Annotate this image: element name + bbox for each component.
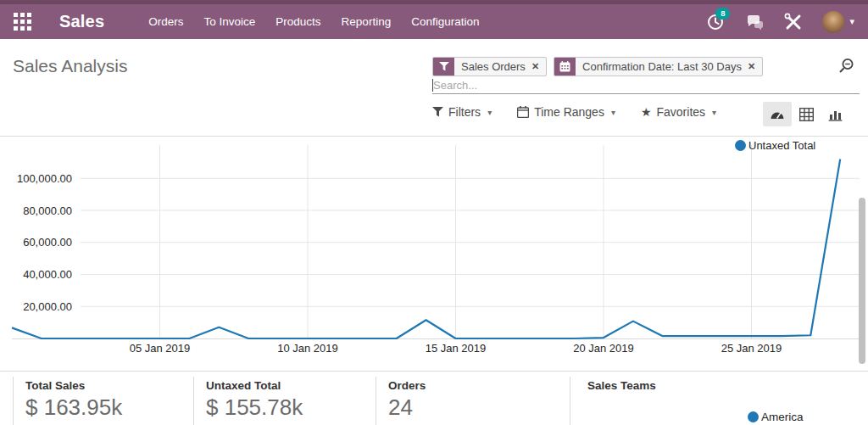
filter-icon [433,58,454,75]
user-menu[interactable]: ▾ [822,11,854,33]
search-facets: Sales Orders ✕ [432,57,763,76]
nav-item-reporting[interactable]: Reporting [331,4,402,39]
chevron-down-icon: ▾ [712,108,716,117]
filters-button-label: Filters [448,105,481,119]
nav-item-products[interactable]: Products [265,4,331,39]
svg-text:05 Jan 2019: 05 Jan 2019 [130,342,191,355]
filters-button[interactable]: Filters ▾ [432,105,492,119]
chat-bubbles-icon [745,14,764,31]
team-legend-dot [748,411,759,422]
svg-text:20 Jan 2019: 20 Jan 2019 [573,342,634,355]
vertical-scrollbar[interactable] [859,198,865,364]
sales-line-chart: 05 Jan 201910 Jan 201915 Jan 201920 Jan … [0,136,868,371]
facet-label: Confirmation Date: Last 30 Days [582,60,742,73]
sales-analysis-screen: Sales Orders To Invoice Products Reporti… [0,0,868,425]
wrench-screwdriver-icon [784,13,803,31]
stat-sales-teams: Sales Teams [570,377,868,425]
facet-label: Sales Orders [461,60,526,73]
team-legend-label: America [761,411,804,423]
developer-tools-icon[interactable] [783,12,804,32]
star-icon: ★ [641,105,652,119]
favorites-button-label: Favorites [657,105,706,119]
stat-value: $ 155.78k [206,394,376,421]
time-ranges-button[interactable]: Time Ranges ▾ [517,105,615,119]
facet-close-icon[interactable]: ✕ [531,62,539,71]
stat-label: Untaxed Total [206,379,376,392]
chevron-down-icon: ▾ [487,108,492,117]
stat-label: Total Sales [25,379,193,392]
facet-close-icon[interactable]: ✕ [748,62,755,71]
control-panel: Sales Analysis Sales Orders ✕ [0,39,868,137]
svg-text:15 Jan 2019: 15 Jan 2019 [426,342,487,355]
activity-clock-icon[interactable]: 8 [705,12,726,32]
nav-item-to-invoice[interactable]: To Invoice [194,4,266,39]
view-pivot-button[interactable] [792,102,821,126]
view-switcher [763,102,849,126]
svg-text:25 Jan 2019: 25 Jan 2019 [721,342,782,355]
nav-item-configuration[interactable]: Configuration [401,4,489,39]
stat-label: Orders [388,379,570,392]
nav-item-orders[interactable]: Orders [138,4,193,39]
svg-text:20,000.00: 20,000.00 [23,300,72,313]
time-ranges-button-label: Time Ranges [534,105,604,119]
main-navbar: Sales Orders To Invoice Products Reporti… [0,4,868,39]
search-toggle-icon[interactable] [838,58,854,77]
avatar [822,11,844,33]
page-title: Sales Analysis [13,56,127,76]
view-dashboard-button[interactable] [763,102,792,126]
chevron-down-icon: ▾ [611,108,615,117]
dashboard-gauge-icon [770,108,785,121]
svg-text:10 Jan 2019: 10 Jan 2019 [277,342,338,355]
svg-text:40,000.00: 40,000.00 [23,268,72,281]
chevron-down-icon: ▾ [849,16,854,27]
sales-teams-legend-america[interactable]: America [748,411,804,423]
filter-buttons-row: Filters ▾ Time Ranges ▾ ★ Favorites ▾ [432,105,716,119]
calendar-icon [517,106,529,118]
view-graph-button[interactable] [821,102,849,126]
stat-total-sales: Total Sales $ 163.95k [13,377,193,425]
messages-icon[interactable] [744,12,765,32]
activity-count-badge: 8 [715,8,730,20]
svg-text:60,000.00: 60,000.00 [23,236,72,249]
favorites-button[interactable]: ★ Favorites ▾ [641,105,716,119]
search-input[interactable] [433,79,860,92]
legend-label: Untaxed Total [748,139,815,152]
stat-value: $ 163.95k [25,394,193,421]
bar-chart-icon [828,108,843,121]
app-name[interactable]: Sales [59,12,104,31]
legend-dot [735,140,746,151]
stat-label: Sales Teams [587,379,868,392]
pivot-table-icon [799,108,814,121]
kpi-stats-bar: Total Sales $ 163.95k Untaxed Total $ 15… [0,371,868,425]
chart-legend-untaxed-total[interactable]: Untaxed Total [735,139,815,152]
stat-orders: Orders 24 [376,377,570,425]
facet-sales-orders: Sales Orders ✕ [432,57,547,76]
nav-menu: Orders To Invoice Products Reporting Con… [138,4,489,39]
nav-right-icons: 8 ▾ [705,11,854,33]
stat-value: 24 [388,394,570,421]
svg-text:80,000.00: 80,000.00 [23,204,72,217]
calendar-icon [554,58,576,75]
svg-text:100,000.00: 100,000.00 [17,172,72,185]
filter-icon [432,107,443,117]
facet-confirmation-date: Confirmation Date: Last 30 Days ✕ [554,57,763,76]
search-field [432,77,860,94]
stat-untaxed-total: Untaxed Total $ 155.78k [193,377,376,425]
apps-grid-icon[interactable] [12,13,32,31]
line-chart-svg: 05 Jan 201910 Jan 201915 Jan 201920 Jan … [0,137,868,372]
apps-grid-icon-svg [14,13,31,31]
